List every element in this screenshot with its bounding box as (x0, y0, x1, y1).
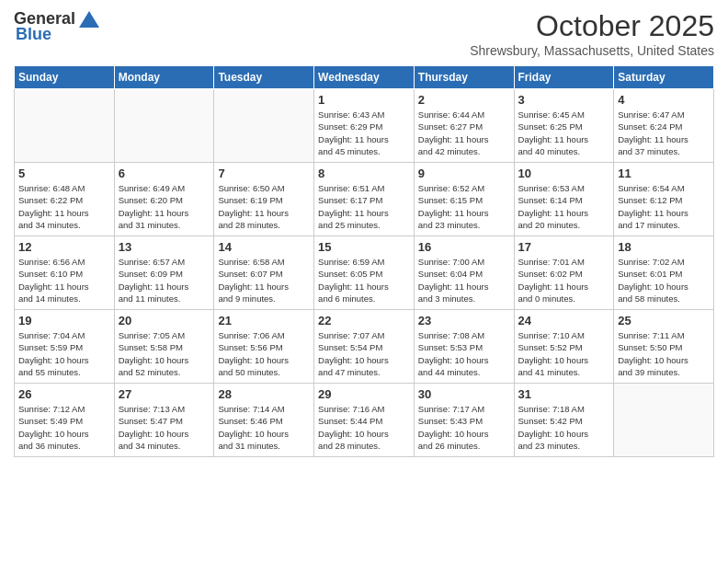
day-info: Sunrise: 7:18 AM Sunset: 5:42 PM Dayligh… (518, 403, 610, 452)
day-info: Sunrise: 7:02 AM Sunset: 6:01 PM Dayligh… (618, 256, 710, 304)
day-number: 6 (119, 167, 210, 180)
day-cell-29: 29Sunrise: 7:16 AM Sunset: 5:44 PM Dayli… (314, 384, 415, 457)
day-cell-13: 13Sunrise: 6:57 AM Sunset: 6:09 PM Dayli… (114, 236, 214, 310)
day-cell-1: 1Sunrise: 6:43 AM Sunset: 6:29 PM Daylig… (314, 89, 415, 163)
month-title: October 2025 (470, 9, 714, 43)
day-number: 27 (119, 387, 210, 401)
day-header-wednesday: Wednesday (314, 66, 415, 89)
day-header-friday: Friday (514, 66, 614, 89)
day-cell-23: 23Sunrise: 7:08 AM Sunset: 5:53 PM Dayli… (414, 310, 514, 384)
day-number: 30 (418, 387, 510, 401)
day-header-sunday: Sunday (15, 66, 115, 89)
day-info: Sunrise: 6:57 AM Sunset: 6:09 PM Dayligh… (119, 256, 210, 304)
day-info: Sunrise: 6:52 AM Sunset: 6:15 PM Dayligh… (418, 182, 510, 231)
day-cell-16: 16Sunrise: 7:00 AM Sunset: 6:04 PM Dayli… (414, 236, 514, 310)
day-header-tuesday: Tuesday (214, 66, 314, 89)
day-number: 2 (418, 93, 510, 107)
location: Shrewsbury, Massachusetts, United States (470, 43, 714, 58)
day-cell-4: 4Sunrise: 6:47 AM Sunset: 6:24 PM Daylig… (614, 89, 714, 163)
day-cell-31: 31Sunrise: 7:18 AM Sunset: 5:42 PM Dayli… (514, 384, 614, 457)
day-cell-6: 6Sunrise: 6:49 AM Sunset: 6:20 PM Daylig… (114, 163, 214, 236)
empty-cell (614, 384, 714, 457)
calendar-header-row: SundayMondayTuesdayWednesdayThursdayFrid… (15, 66, 714, 89)
day-cell-11: 11Sunrise: 6:54 AM Sunset: 6:12 PM Dayli… (614, 163, 714, 236)
day-number: 1 (318, 93, 410, 107)
day-info: Sunrise: 6:48 AM Sunset: 6:22 PM Dayligh… (18, 182, 110, 231)
day-number: 31 (518, 387, 610, 401)
day-cell-3: 3Sunrise: 6:45 AM Sunset: 6:25 PM Daylig… (514, 89, 614, 163)
day-number: 9 (418, 167, 510, 180)
day-number: 29 (318, 387, 410, 401)
day-info: Sunrise: 7:04 AM Sunset: 5:59 PM Dayligh… (18, 329, 110, 378)
day-number: 3 (518, 93, 610, 107)
day-number: 26 (18, 387, 110, 401)
day-info: Sunrise: 7:11 AM Sunset: 5:50 PM Dayligh… (618, 329, 710, 378)
day-cell-15: 15Sunrise: 6:59 AM Sunset: 6:05 PM Dayli… (314, 236, 415, 310)
day-cell-12: 12Sunrise: 6:56 AM Sunset: 6:10 PM Dayli… (15, 236, 115, 310)
day-info: Sunrise: 7:10 AM Sunset: 5:52 PM Dayligh… (518, 329, 610, 378)
day-cell-20: 20Sunrise: 7:05 AM Sunset: 5:58 PM Dayli… (114, 310, 214, 384)
day-cell-9: 9Sunrise: 6:52 AM Sunset: 6:15 PM Daylig… (414, 163, 514, 236)
day-number: 23 (418, 314, 510, 327)
logo-icon (79, 11, 99, 28)
day-number: 13 (119, 240, 210, 254)
day-cell-2: 2Sunrise: 6:44 AM Sunset: 6:27 PM Daylig… (414, 89, 514, 163)
day-cell-26: 26Sunrise: 7:12 AM Sunset: 5:49 PM Dayli… (15, 384, 115, 457)
logo-blue-text: Blue (14, 25, 51, 44)
day-info: Sunrise: 6:47 AM Sunset: 6:24 PM Dayligh… (618, 109, 710, 157)
day-cell-10: 10Sunrise: 6:53 AM Sunset: 6:14 PM Dayli… (514, 163, 614, 236)
day-cell-14: 14Sunrise: 6:58 AM Sunset: 6:07 PM Dayli… (214, 236, 314, 310)
day-info: Sunrise: 7:08 AM Sunset: 5:53 PM Dayligh… (418, 329, 510, 378)
day-cell-24: 24Sunrise: 7:10 AM Sunset: 5:52 PM Dayli… (514, 310, 614, 384)
day-info: Sunrise: 6:53 AM Sunset: 6:14 PM Dayligh… (518, 182, 610, 231)
day-cell-17: 17Sunrise: 7:01 AM Sunset: 6:02 PM Dayli… (514, 236, 614, 310)
week-row-3: 12Sunrise: 6:56 AM Sunset: 6:10 PM Dayli… (15, 236, 714, 310)
day-info: Sunrise: 7:12 AM Sunset: 5:49 PM Dayligh… (18, 403, 110, 452)
day-cell-27: 27Sunrise: 7:13 AM Sunset: 5:47 PM Dayli… (114, 384, 214, 457)
day-cell-21: 21Sunrise: 7:06 AM Sunset: 5:56 PM Dayli… (214, 310, 314, 384)
day-info: Sunrise: 6:44 AM Sunset: 6:27 PM Dayligh… (418, 109, 510, 157)
week-row-1: 1Sunrise: 6:43 AM Sunset: 6:29 PM Daylig… (15, 89, 714, 163)
day-number: 20 (119, 314, 210, 327)
empty-cell (214, 89, 314, 163)
day-header-monday: Monday (114, 66, 214, 89)
day-cell-7: 7Sunrise: 6:50 AM Sunset: 6:19 PM Daylig… (214, 163, 314, 236)
day-info: Sunrise: 7:14 AM Sunset: 5:46 PM Dayligh… (218, 403, 310, 452)
day-info: Sunrise: 7:17 AM Sunset: 5:43 PM Dayligh… (418, 403, 510, 452)
day-info: Sunrise: 7:16 AM Sunset: 5:44 PM Dayligh… (318, 403, 410, 452)
empty-cell (15, 89, 115, 163)
day-info: Sunrise: 6:43 AM Sunset: 6:29 PM Dayligh… (318, 109, 410, 157)
day-number: 12 (18, 240, 110, 254)
day-number: 22 (318, 314, 410, 327)
day-header-saturday: Saturday (614, 66, 714, 89)
day-info: Sunrise: 6:50 AM Sunset: 6:19 PM Dayligh… (218, 182, 310, 231)
day-number: 19 (18, 314, 110, 327)
day-cell-25: 25Sunrise: 7:11 AM Sunset: 5:50 PM Dayli… (614, 310, 714, 384)
day-info: Sunrise: 6:58 AM Sunset: 6:07 PM Dayligh… (218, 256, 310, 304)
day-number: 11 (618, 167, 710, 180)
day-cell-30: 30Sunrise: 7:17 AM Sunset: 5:43 PM Dayli… (414, 384, 514, 457)
day-info: Sunrise: 7:05 AM Sunset: 5:58 PM Dayligh… (119, 329, 210, 378)
day-info: Sunrise: 7:06 AM Sunset: 5:56 PM Dayligh… (218, 329, 310, 378)
week-row-5: 26Sunrise: 7:12 AM Sunset: 5:49 PM Dayli… (15, 384, 714, 457)
day-number: 21 (218, 314, 310, 327)
day-info: Sunrise: 6:49 AM Sunset: 6:20 PM Dayligh… (119, 182, 210, 231)
day-info: Sunrise: 6:45 AM Sunset: 6:25 PM Dayligh… (518, 109, 610, 157)
day-number: 10 (518, 167, 610, 180)
day-cell-8: 8Sunrise: 6:51 AM Sunset: 6:17 PM Daylig… (314, 163, 415, 236)
logo: General Blue (14, 9, 99, 44)
day-number: 17 (518, 240, 610, 254)
day-number: 18 (618, 240, 710, 254)
day-number: 25 (618, 314, 710, 327)
day-cell-22: 22Sunrise: 7:07 AM Sunset: 5:54 PM Dayli… (314, 310, 415, 384)
page-container: General Blue October 2025 Shrewsbury, Ma… (0, 0, 728, 466)
title-block: October 2025 Shrewsbury, Massachusetts, … (470, 9, 714, 58)
day-number: 5 (18, 167, 110, 180)
day-number: 7 (218, 167, 310, 180)
day-info: Sunrise: 6:56 AM Sunset: 6:10 PM Dayligh… (18, 256, 110, 304)
day-info: Sunrise: 6:59 AM Sunset: 6:05 PM Dayligh… (318, 256, 410, 304)
day-header-thursday: Thursday (414, 66, 514, 89)
day-number: 28 (218, 387, 310, 401)
day-number: 24 (518, 314, 610, 327)
day-number: 14 (218, 240, 310, 254)
